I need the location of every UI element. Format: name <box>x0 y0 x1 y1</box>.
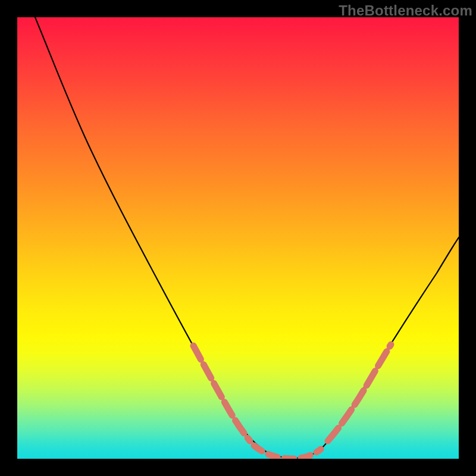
highlight-trough <box>254 446 321 459</box>
watermark-label: TheBottleneck.com <box>339 2 472 19</box>
chart-frame <box>17 17 459 459</box>
curve-overlay <box>17 17 459 459</box>
bottleneck-curve <box>35 17 459 458</box>
highlight-right-ascent <box>328 345 391 441</box>
highlight-group <box>193 345 391 459</box>
highlight-left-descent <box>193 346 250 441</box>
